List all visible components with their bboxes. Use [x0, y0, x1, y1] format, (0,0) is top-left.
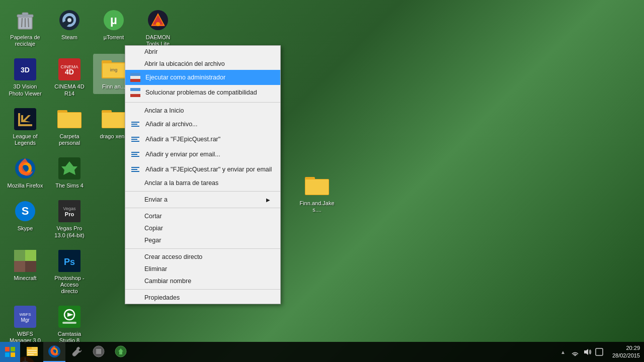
start-button[interactable] [0, 342, 20, 362]
desktop-icon-3dvision[interactable]: 3D 3D Vision Photo Viewer [5, 54, 45, 100]
vegas-label: Vegas Pro 13.0 (64-bit) [51, 225, 88, 238]
desktop-icon-skype[interactable]: S Skype [5, 196, 45, 235]
context-menu-anadir-fjepicquest-label: Añadir a "FJEpicQuest.rar" [145, 136, 270, 143]
svg-rect-67 [5, 347, 10, 351]
photoshop-icon: Ps [57, 249, 82, 273]
firefox-icon [13, 156, 37, 180]
context-menu-crear-acceso-label: Crear acceso directo [144, 253, 270, 260]
svg-point-7 [67, 18, 71, 22]
volume-icon[interactable] [582, 347, 592, 357]
svg-rect-42 [25, 250, 36, 261]
context-menu-propiedades-label: Propiedades [144, 294, 270, 301]
context-menu-anadir-archivo-label: Añadir al archivo... [145, 121, 270, 128]
network-icon[interactable] [570, 347, 580, 357]
notification-tray-icon [595, 348, 603, 356]
desktop-icon-daemon[interactable]: DAEMON Tools Lite [138, 5, 178, 50]
network-tray-icon [571, 348, 579, 356]
context-menu-ejecutar-admin-label: Ejecutar como administrador [145, 74, 270, 81]
clock-date: 28/02/2015 [612, 352, 640, 359]
context-menu-item-anadir-enviar[interactable]: Añadir y enviar por email... [125, 147, 280, 162]
desktop-icon-photoshop[interactable]: Ps Photoshop - Acceso directo [49, 246, 90, 298]
desktop-icon-wbfs[interactable]: WBFSMgr WBFS Manager 3.0 [5, 302, 45, 347]
context-menu-item-abrir-ubicacion[interactable]: Abrir la ubicación del archivo [125, 58, 280, 70]
desktop-icon-vegas[interactable]: VegasPro Vegas Pro 13.0 (64-bit) [49, 196, 90, 241]
desktop-icon-cinema4d[interactable]: CINEMA4D CINEMA 4D R14 [49, 54, 90, 100]
taskbar-icon-firefox[interactable] [43, 342, 65, 362]
volume-tray-icon [583, 348, 591, 356]
svg-text:3D: 3D [21, 66, 30, 74]
svg-rect-70 [11, 352, 15, 357]
context-menu-item-crear-acceso[interactable]: Crear acceso directo [125, 251, 280, 263]
utorrent-icon: µ [102, 8, 126, 32]
taskbar-icon-app4[interactable] [110, 342, 132, 362]
context-menu-item-enviar-a[interactable]: Enviar a ▶ [125, 194, 280, 206]
svg-rect-2 [22, 13, 28, 15]
desktop-icon-utorrent[interactable]: µ µTorrent [94, 5, 134, 44]
context-menu-item-cortar[interactable]: Cortar [125, 210, 280, 222]
desktop-icon-steam[interactable]: Steam [49, 5, 90, 44]
context-menu-eliminar-label: Eliminar [144, 265, 270, 273]
context-menu-item-solucionar[interactable]: Solucionar problemas de compatibilidad [125, 85, 280, 100]
taskbar-icon-file-explorer[interactable] [21, 342, 43, 362]
firefox-taskbar-icon [48, 345, 61, 358]
minecraft-label: Minecraft [14, 275, 36, 282]
desktop-icon-finn-jakes[interactable]: Finn.and.Jakes.... [297, 171, 337, 216]
context-menu-item-anadir-fjepicquest[interactable]: Añadir a "FJEpicQuest.rar" [125, 132, 280, 147]
svg-rect-50 [58, 306, 80, 328]
system-clock[interactable]: 20:29 28/02/2015 [608, 344, 644, 360]
context-menu-item-anclar-inicio[interactable]: Anclar a Inicio [125, 105, 280, 117]
svg-text:WBFS: WBFS [19, 312, 31, 317]
app3-taskbar-icon [92, 345, 105, 358]
cinema4d-icon: CINEMA4D [57, 57, 82, 81]
svg-rect-43 [14, 261, 25, 272]
context-menu-pegar-label: Pegar [144, 237, 270, 244]
desktop-icon-lol[interactable]: League of Legends [5, 104, 45, 149]
finn-epic-icon: img [102, 57, 126, 81]
context-menu-item-eliminar[interactable]: Eliminar [125, 263, 280, 275]
notification-icon[interactable] [594, 347, 604, 357]
sims4-icon [57, 156, 82, 180]
desktop-icon-camtasia[interactable]: Camtasia Studio 8 [49, 302, 90, 347]
desktop-icon-recycle-bin[interactable]: Papelera de reciclaje [5, 5, 45, 50]
svg-rect-63 [130, 79, 140, 82]
svg-marker-82 [584, 349, 588, 355]
svg-line-3 [22, 18, 22, 27]
desktop-icon-firefox[interactable]: Mozilla Firefox [5, 153, 45, 192]
context-menu-item-cambiar-nombre[interactable]: Cambiar nombre [125, 275, 280, 287]
firefox-label: Mozilla Firefox [8, 183, 43, 189]
context-menu-item-propiedades[interactable]: Propiedades [125, 292, 280, 304]
carpeta-icon [57, 107, 82, 131]
svg-rect-62 [130, 76, 140, 79]
cinema4d-label: CINEMA 4D R14 [51, 83, 88, 97]
desktop: Papelera de reciclaje Steam µ µTorrent [0, 0, 644, 362]
context-menu-item-pegar[interactable]: Pegar [125, 234, 280, 246]
wbfs-icon: WBFSMgr [13, 305, 37, 329]
desktop-icon-sims4[interactable]: The Sims 4 [49, 153, 90, 192]
context-menu-sep3 [125, 208, 280, 208]
context-menu-item-ejecutar-admin[interactable]: Ejecutar como administrador [125, 70, 280, 85]
recycle-bin-label: Papelera de reciclaje [7, 34, 43, 47]
desktop-icon-carpeta[interactable]: Carpeta personal [49, 104, 90, 149]
svg-rect-27 [58, 113, 81, 128]
svg-rect-66 [130, 94, 140, 97]
anadir-fjepicquest-icon [129, 134, 141, 144]
taskbar-icons-area [20, 342, 554, 362]
desktop-icon-minecraft[interactable]: Minecraft [5, 246, 45, 285]
steam-icon [57, 8, 82, 32]
context-menu-item-anadir-archivo[interactable]: Añadir al archivo... [125, 117, 280, 132]
context-menu-cambiar-nombre-label: Cambiar nombre [144, 278, 270, 285]
svg-line-5 [28, 18, 29, 27]
context-menu-item-copiar[interactable]: Copiar [125, 222, 280, 234]
context-menu-item-anclar-barra[interactable]: Anclar a la barra de tareas [125, 177, 280, 189]
svg-text:img: img [110, 67, 118, 72]
context-menu-item-anadir-fjepicquest-email[interactable]: Añadir a "FJEpicQuest.rar" y enviar por … [125, 162, 280, 177]
skype-label: Skype [18, 225, 33, 232]
context-menu-item-abrir[interactable]: Abrir [125, 46, 280, 58]
ejecutar-admin-icon [129, 72, 141, 82]
taskbar-icon-tools[interactable] [65, 342, 88, 362]
context-menu-copiar-label: Copiar [144, 225, 270, 232]
taskbar-icon-app3[interactable] [88, 342, 110, 362]
show-hidden-icons-button[interactable]: ▲ [558, 347, 568, 357]
finn-jakes-label: Finn.and.Jakes.... [299, 200, 335, 213]
svg-rect-64 [130, 88, 140, 91]
